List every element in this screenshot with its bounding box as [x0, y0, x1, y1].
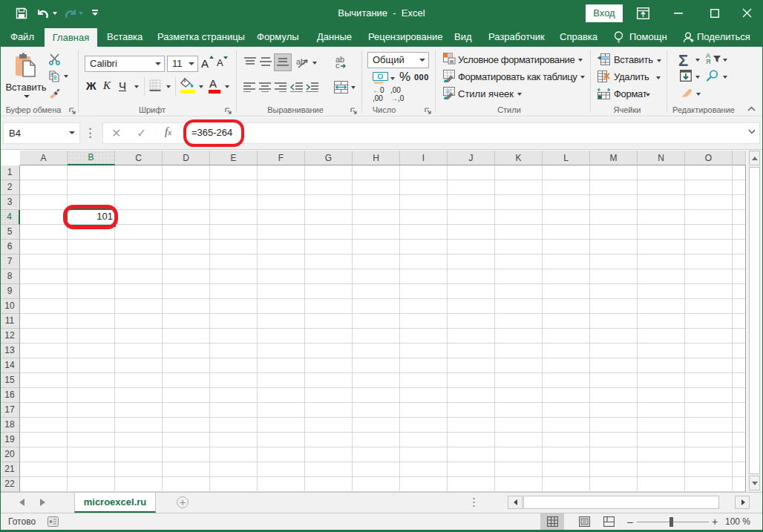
svg-text:c: c — [335, 61, 340, 69]
svg-text:ab: ab — [296, 57, 305, 66]
